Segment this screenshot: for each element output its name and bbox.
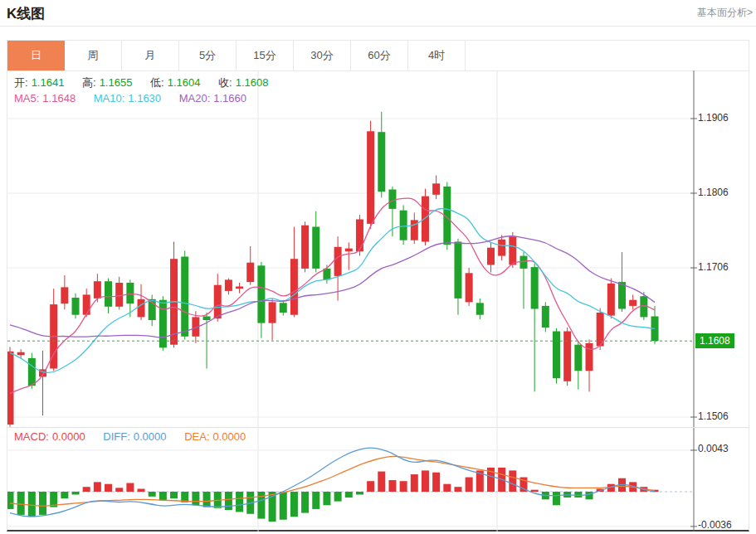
ma10-value: 1.1630 xyxy=(128,92,161,104)
open-label: 开: xyxy=(14,76,28,89)
macd-bar xyxy=(72,492,80,494)
tab-week[interactable]: 周 xyxy=(65,41,122,70)
macd-bar xyxy=(159,492,167,500)
candle-body xyxy=(367,131,374,224)
candle-body xyxy=(269,302,276,323)
candle-body xyxy=(72,298,80,315)
macd-bar xyxy=(323,492,330,505)
tab-4hour[interactable]: 4时 xyxy=(408,41,466,70)
macd-bar xyxy=(356,492,363,494)
header-divider xyxy=(0,26,756,27)
candle-body xyxy=(181,257,188,337)
macd-bar xyxy=(312,492,319,509)
macd-histogram-group xyxy=(7,468,659,522)
dea-label: DEA: xyxy=(184,430,209,443)
macd-bar xyxy=(7,492,14,509)
candle-body xyxy=(115,283,123,307)
tab-15min[interactable]: 15分 xyxy=(237,41,294,70)
candle-body xyxy=(629,300,637,306)
macd-legend: MACD:0.0000 DIFF:0.0000 DEA:0.0000 xyxy=(14,430,249,443)
candles-group xyxy=(7,112,659,427)
macd-bar xyxy=(432,473,440,492)
y-axis-label: 1.1906 xyxy=(698,112,746,124)
candle-body xyxy=(422,197,429,242)
candle-body xyxy=(531,267,539,308)
macd-axis-label: 0.0043 xyxy=(698,443,746,454)
open-value: 1.1641 xyxy=(32,76,65,89)
candle-body xyxy=(138,299,145,318)
macd-bar xyxy=(531,490,539,492)
tab-day[interactable]: 日 xyxy=(7,41,65,70)
macd-bar xyxy=(28,492,36,517)
candle-body xyxy=(334,247,342,276)
macd-bar xyxy=(192,492,199,505)
macd-bar xyxy=(170,492,178,498)
current-price-badge: 1.1608 xyxy=(695,333,734,348)
macd-bar xyxy=(225,492,232,510)
macd-label: MACD: xyxy=(14,430,49,443)
kline-widget: 日 周 月 5分 15分 30分 60分 4时 开:1.1641 高:1.165… xyxy=(7,40,749,532)
macd-bar xyxy=(466,478,473,492)
candle-body xyxy=(607,284,615,316)
candle-body xyxy=(225,279,232,291)
candle-body xyxy=(61,287,68,303)
candle-body xyxy=(345,249,353,252)
macd-bar xyxy=(236,492,243,512)
candle-body xyxy=(7,352,14,425)
macd-bar xyxy=(290,492,298,517)
candle-body xyxy=(236,287,243,289)
candle-body xyxy=(574,345,582,371)
close-value: 1.1608 xyxy=(236,76,269,89)
candle-body xyxy=(246,263,254,282)
candle-body xyxy=(563,332,571,381)
candle-body xyxy=(28,358,36,386)
macd-bar xyxy=(203,492,211,507)
low-value: 1.1604 xyxy=(168,76,201,89)
ma5-value: 1.1648 xyxy=(42,92,76,104)
fundamental-analysis-link[interactable]: 基本面分析> xyxy=(697,6,753,20)
candle-body xyxy=(356,220,363,252)
macd-bar xyxy=(17,492,25,515)
candle-body xyxy=(214,285,222,319)
candle-body xyxy=(586,343,593,371)
diff-line xyxy=(10,448,655,517)
tab-month[interactable]: 月 xyxy=(122,41,179,70)
macd-bar xyxy=(509,470,516,492)
tab-30min[interactable]: 30分 xyxy=(294,41,351,70)
tab-5min[interactable]: 5分 xyxy=(179,41,237,70)
candle-body xyxy=(312,227,319,269)
macd-bar xyxy=(94,482,101,492)
candlestick-chart[interactable] xyxy=(7,70,749,427)
high-label: 高: xyxy=(82,76,96,89)
tab-60min[interactable]: 60分 xyxy=(351,41,408,70)
ohlc-legend: 开:1.1641 高:1.1655 低:1.1604 收:1.1608 xyxy=(14,75,271,90)
macd-bar xyxy=(39,492,46,515)
macd-bar xyxy=(422,470,429,492)
macd-bar xyxy=(61,492,68,498)
candle-body xyxy=(280,303,287,313)
macd-bar xyxy=(454,487,461,492)
candle-body xyxy=(618,282,626,308)
candle-body xyxy=(290,259,298,315)
candle-body xyxy=(553,332,560,379)
candle-body xyxy=(487,248,495,265)
macd-bar xyxy=(301,492,309,513)
candle-body xyxy=(509,236,516,265)
y-axis-label: 1.1506 xyxy=(698,410,746,422)
macd-bar xyxy=(574,492,582,498)
candle-body xyxy=(432,183,440,195)
macd-bar xyxy=(105,484,112,492)
candle-body xyxy=(378,132,385,192)
low-label: 低: xyxy=(150,76,164,89)
period-tabbar: 日 周 月 5分 15分 30分 60分 4时 xyxy=(7,41,749,71)
candle-body xyxy=(454,242,461,299)
macd-bar xyxy=(378,472,385,492)
candle-body xyxy=(466,273,473,302)
macd-value: 0.0000 xyxy=(52,430,85,443)
high-value: 1.1655 xyxy=(100,76,133,89)
candle-body xyxy=(498,240,505,256)
y-axis-label: 1.1706 xyxy=(698,261,746,273)
macd-bar xyxy=(367,481,374,492)
candle-body xyxy=(400,211,407,240)
macd-bar xyxy=(345,492,353,498)
